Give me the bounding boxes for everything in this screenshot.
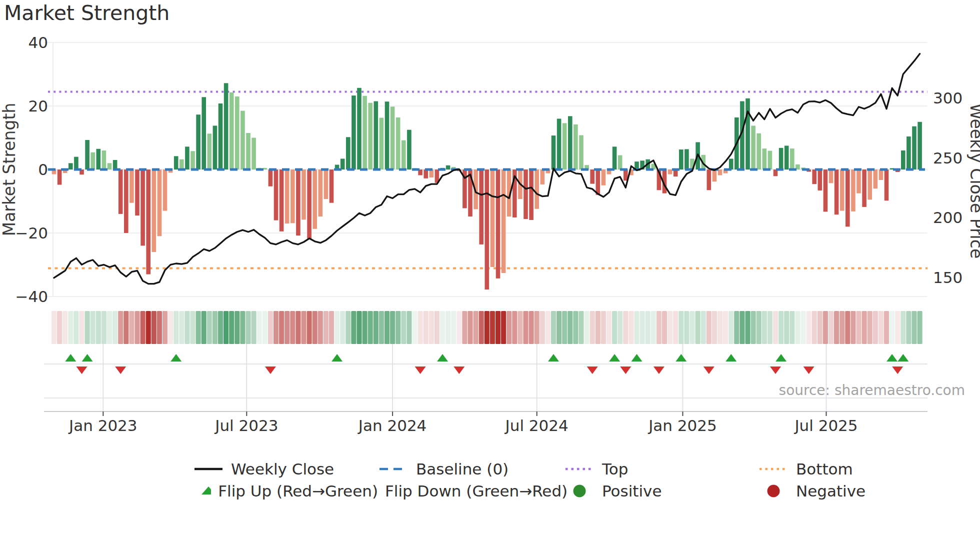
x-tick-label: Jan 2025 (648, 416, 717, 434)
heatmap-cell (318, 311, 323, 344)
flip-up-icon (332, 354, 342, 362)
strength-bar (407, 130, 412, 170)
heatmap-cell (362, 311, 368, 344)
heatmap-cell (284, 311, 290, 344)
strength-bar (246, 133, 250, 170)
left-axis-ticks: 40200−20−40 (16, 34, 48, 306)
strength-bar (557, 118, 562, 170)
market-strength-chart: 40200−20−40 300250200150 Jan 2023Jul 202… (0, 0, 980, 452)
heatmap-cell (546, 311, 550, 344)
strength-bar (374, 101, 378, 170)
heatmap-cell (612, 311, 617, 344)
strength-bar (679, 150, 684, 170)
strength-bar (746, 98, 750, 170)
heatmap-cell (529, 311, 534, 344)
right-tick-label: 250 (933, 149, 962, 167)
strength-bar (202, 97, 206, 170)
strength-bar (918, 122, 922, 170)
flip-up-icon (548, 354, 559, 362)
strength-bar (756, 134, 761, 170)
strength-bar (135, 170, 140, 216)
heatmap-cell (301, 311, 306, 344)
heatmap-cell (751, 311, 756, 344)
strength-bar (579, 135, 584, 170)
strength-bar (296, 170, 300, 236)
heatmap-cell (601, 311, 606, 344)
flip-down-icon (804, 366, 814, 374)
strength-bar (784, 146, 789, 170)
heatmap-cell (512, 311, 517, 344)
strength-bar (218, 104, 223, 170)
heatmap-cell (140, 311, 146, 344)
heatmap-cell (279, 311, 284, 344)
heatmap-cell (52, 311, 56, 344)
strength-bar (252, 138, 256, 170)
heatmap-cell (446, 311, 450, 344)
strength-bar (618, 155, 622, 170)
strength-bar (568, 116, 572, 170)
heatmap-cell (573, 311, 578, 344)
heatmap-strip (52, 311, 922, 344)
strength-bar (302, 170, 306, 220)
heatmap-cell (856, 311, 861, 344)
heatmap-cell (673, 311, 678, 344)
legend-dashed-icon (378, 462, 409, 476)
heatmap-cell (656, 311, 662, 344)
heatmap-cell (618, 311, 622, 344)
heatmap-cell (390, 311, 395, 344)
heatmap-cell (740, 311, 744, 344)
strength-bar (174, 156, 178, 170)
strength-bar (534, 170, 539, 209)
strength-bar (602, 170, 606, 186)
heatmap-cell (218, 311, 223, 344)
strength-bar (290, 170, 295, 223)
strength-bar (812, 170, 816, 184)
heatmap-cell (806, 311, 812, 344)
heatmap-cell (334, 311, 340, 344)
heatmap-cell (479, 311, 484, 344)
heatmap-cell (634, 311, 639, 344)
heatmap-cell (424, 311, 428, 344)
heatmap-cell (596, 311, 600, 344)
heatmap-cell (523, 311, 528, 344)
strength-bar (862, 170, 866, 207)
flip-down-icon (704, 366, 714, 374)
heatmap-cell (157, 311, 162, 344)
left-tick-label: 20 (28, 97, 48, 115)
flip-up-icon (886, 354, 898, 362)
strength-bar (268, 170, 273, 186)
flip-down-icon (654, 366, 664, 374)
heatmap-cell (246, 311, 250, 344)
strength-bar (529, 170, 534, 220)
right-tick-label: 200 (933, 208, 962, 226)
strength-bar (196, 114, 200, 170)
flip-down-icon (892, 366, 903, 374)
strength-bar (524, 170, 528, 219)
heatmap-cell (646, 311, 650, 344)
heatmap-cell (862, 311, 867, 344)
heatmap-cell (556, 311, 562, 344)
strength-bar (68, 163, 73, 170)
strength-bar (158, 170, 162, 236)
strength-bar (96, 149, 101, 170)
heatmap-cell (412, 311, 417, 344)
strength-bar (874, 170, 878, 188)
strength-bar (140, 170, 145, 246)
heatmap-cell (434, 311, 440, 344)
strength-bar (779, 148, 784, 170)
heatmap-cell (107, 311, 112, 344)
heatmap-cell (184, 311, 190, 344)
heatmap-cell (152, 311, 156, 344)
strength-bar (362, 96, 367, 170)
heatmap-cell (462, 311, 467, 344)
heatmap-cell (745, 311, 750, 344)
heatmap-cell (701, 311, 706, 344)
flip-down-icon (115, 366, 126, 374)
strength-bar (768, 151, 772, 170)
heatmap-cell (118, 311, 123, 344)
heatmap-cell (906, 311, 911, 344)
flip-up-icon (609, 354, 620, 362)
flip-up-icon (437, 354, 448, 362)
strength-bar (574, 124, 578, 170)
heatmap-cell (451, 311, 456, 344)
